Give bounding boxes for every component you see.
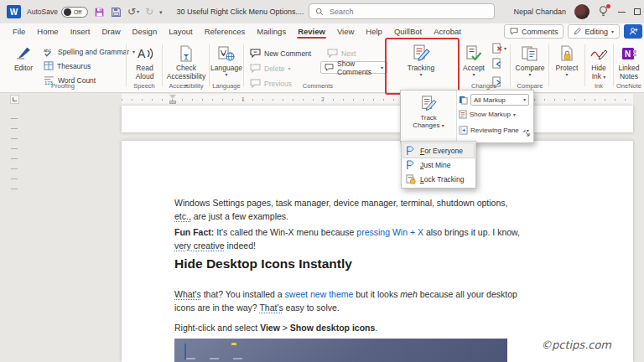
spell-flagged-text: very creative (174, 240, 225, 251)
hyperlink[interactable]: pressing Win + X (356, 227, 423, 237)
show-comments-button[interactable]: Show Comments ▾ (320, 61, 387, 74)
menu-item-for-everyone[interactable]: For Everyone (403, 143, 474, 158)
paragraph: What's that? You installed a sweet new t… (174, 288, 517, 314)
track-changes-icon (420, 94, 437, 114)
left-indent-marker[interactable] (169, 101, 176, 104)
body-text: It's called the Win-X menu because (214, 227, 356, 237)
save-icon[interactable] (94, 7, 105, 18)
spell-flagged-text: What's (174, 289, 201, 299)
tab-home[interactable]: Home (31, 23, 64, 39)
tab-file[interactable]: File (7, 23, 31, 39)
tab-help[interactable]: Help (360, 23, 388, 39)
new-comment-icon (250, 49, 261, 58)
search-box[interactable] (309, 3, 495, 19)
protect-button[interactable]: Protect ▾ (550, 39, 584, 91)
tab-references[interactable]: References (199, 23, 252, 39)
menu-item-lock-tracking[interactable]: Lock Tracking (403, 172, 474, 186)
for-everyone-label: For Everyone (420, 147, 463, 155)
reject-button[interactable]: ▾ (491, 43, 506, 54)
share-button[interactable] (624, 24, 642, 39)
body-text: because all your desktop (418, 289, 517, 299)
group-label-onenote: OneNote (615, 82, 642, 90)
next-comment-button[interactable]: Next (327, 47, 356, 59)
ruler-mark-1: 1 (242, 96, 245, 102)
undo-dropdown-icon[interactable]: ▾ (137, 9, 139, 14)
hide-ink-label-2: Ink (592, 72, 601, 80)
group-separator (613, 44, 614, 86)
new-comment-label: New Comment (264, 49, 311, 58)
track-changes-label-2: Changes (413, 122, 439, 129)
hide-ink-dropdown-icon: ▾ (603, 75, 605, 80)
body-text: easy to solve. (283, 303, 340, 313)
this-pc-icon (184, 344, 197, 355)
read-aloud-label-2: Aloud (136, 72, 154, 80)
tab-design[interactable]: Design (127, 23, 164, 39)
quick-access-toolbar: W AutoSave Off ↺ ▾ ↻ ▾ 30 Useful Right (0, 5, 313, 18)
group-separator (510, 44, 511, 86)
user-avatar[interactable] (574, 4, 589, 19)
autosave-control[interactable]: AutoSave Off (27, 7, 88, 18)
tab-review[interactable]: Review (292, 23, 331, 39)
maximize-button[interactable] (634, 8, 641, 15)
spelling-grammar-label: Spelling and Grammar (58, 48, 129, 56)
editing-dropdown-icon: ▾ (611, 29, 614, 34)
document-title[interactable]: 30 Useful Right Click Menu Options.... (177, 8, 304, 16)
accept-icon (465, 44, 482, 64)
compare-label: Compare (516, 64, 545, 72)
save-as-icon[interactable] (111, 7, 122, 18)
qat-customize-icon[interactable]: ▾ (159, 9, 163, 15)
word-logo-letter: W (10, 8, 18, 17)
hyperlink[interactable]: sweet new theme (285, 289, 354, 299)
reviewing-pane-row[interactable]: Reviewing Pane ▾ (459, 126, 529, 135)
markup-options-icon (459, 96, 468, 105)
ribbon: Editor abc Spelling and Grammar ▾ Thesau… (0, 39, 644, 93)
display-for-review-select[interactable]: All Markup ▾ (470, 94, 529, 106)
tab-layout[interactable]: Layout (163, 23, 199, 39)
group-separator (548, 44, 549, 86)
tab-insert[interactable]: Insert (65, 23, 96, 39)
tab-stop-selector[interactable] (10, 95, 19, 104)
track-changes-button[interactable]: Track Changes ▾ (401, 90, 457, 142)
minimize-button[interactable] (618, 12, 626, 13)
track-changes-flag-icon (406, 146, 416, 156)
first-line-indent-marker[interactable] (169, 95, 176, 99)
bold-text: Show desktop icons (290, 323, 376, 333)
protect-icon (559, 44, 574, 64)
delete-comment-button[interactable]: Delete ▾ (250, 62, 291, 75)
autosave-toggle[interactable]: Off (61, 7, 88, 18)
user-name[interactable]: Nepal Chandan (513, 8, 566, 16)
tab-draw[interactable]: Draw (96, 23, 126, 39)
next-comment-icon (327, 49, 338, 58)
menu-item-just-mine[interactable]: Just Mine (403, 158, 474, 172)
dialog-launcher-icon[interactable] (523, 125, 530, 140)
just-mine-label: Just Mine (420, 161, 450, 169)
notification-dot (606, 4, 610, 8)
group-label-compare: Compare (510, 82, 550, 90)
comment-bubble-icon (510, 28, 518, 35)
thesaurus-button[interactable]: Thesaurus (44, 59, 135, 72)
track-changes-label-1: Track (420, 114, 437, 122)
comments-button[interactable]: Comments (504, 24, 564, 39)
lightbulb-icon[interactable] (598, 5, 610, 18)
protect-dropdown-icon: ▾ (565, 72, 568, 77)
lock-tracking-label: Lock Tracking (420, 175, 464, 184)
redo-icon[interactable]: ↻ (145, 7, 153, 17)
new-comment-button[interactable]: New Comment (250, 47, 311, 59)
reviewing-pane-label: Reviewing Pane (470, 127, 519, 134)
body-text: that? You installed a (201, 289, 285, 299)
tab-view[interactable]: View (331, 23, 360, 39)
spell-flagged-text: That's (259, 303, 283, 313)
tab-mailings[interactable]: Mailings (251, 23, 292, 39)
search-input[interactable] (328, 7, 474, 17)
previous-change-button[interactable] (491, 58, 506, 73)
tabbar-right-controls: Comments Editing ▾ (504, 23, 644, 39)
editing-mode-button[interactable]: Editing ▾ (568, 24, 620, 39)
italic-text: meh (400, 289, 417, 299)
show-markup-icon (459, 110, 467, 119)
editor-label: Editor (14, 64, 33, 72)
track-changes-submenu: For Everyone Just Mine Lock Tracking (401, 141, 476, 189)
show-markup-row[interactable]: Show Markup ▾ (459, 110, 516, 119)
spelling-grammar-button[interactable]: abc Spelling and Grammar ▾ (44, 45, 135, 58)
undo-icon[interactable]: ↺ (127, 7, 136, 17)
body-text: Right-click and select (174, 323, 260, 333)
